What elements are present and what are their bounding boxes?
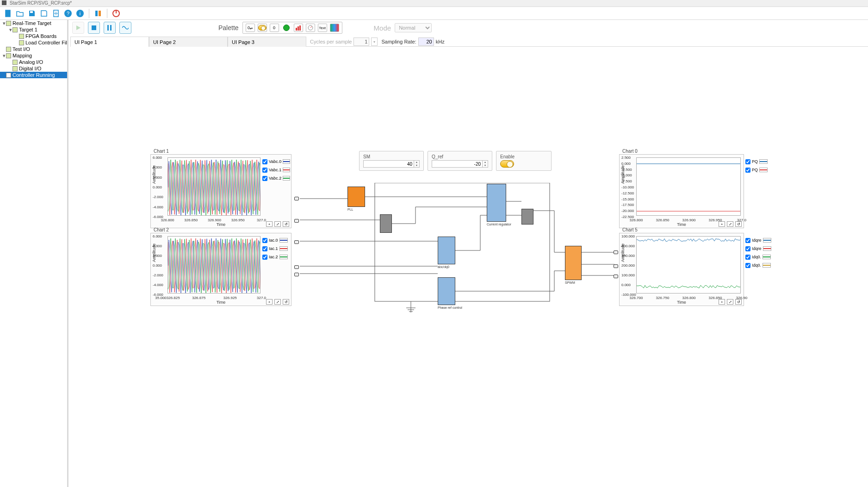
tree-item-load-controller-file[interactable]: Load Controller File: [0, 39, 67, 46]
chart-tool-reset[interactable]: ↺: [283, 299, 289, 305]
chart-c0[interactable]: Chart 02.5000.000-2.500-5.000-7.500-10.0…: [619, 154, 744, 228]
input-port[interactable]: [294, 265, 299, 269]
palette-numinput[interactable]: 0▴▾: [246, 24, 255, 32]
tree-item-fpga-boards[interactable]: FPGA Boards: [0, 33, 67, 39]
block-lut1[interactable]: [380, 214, 392, 233]
help-button[interactable]: ?: [63, 8, 73, 19]
plot-area[interactable]: [167, 157, 260, 216]
block-lut2[interactable]: [521, 209, 533, 225]
save-as-button[interactable]: [39, 8, 49, 19]
open-file-button[interactable]: [15, 8, 25, 19]
palette-numdisplay[interactable]: 0: [270, 24, 279, 32]
input-port[interactable]: [294, 219, 299, 223]
legend-toggle[interactable]: [745, 238, 750, 243]
tree-item-real-time-target[interactable]: ▾Real-Time Target: [0, 20, 67, 26]
new-page-button[interactable]: [51, 8, 61, 19]
chart-c2[interactable]: Chart 26.0004.0002.0000.000-2.000-4.000-…: [150, 233, 291, 306]
qref-input[interactable]: [432, 160, 483, 168]
new-file-button[interactable]: [3, 8, 13, 19]
input-port[interactable]: [294, 240, 299, 244]
settings-button[interactable]: [93, 8, 103, 19]
tree-item-test-i-o[interactable]: Test I/O: [0, 46, 67, 52]
palette-knob[interactable]: [306, 24, 315, 32]
chart-c1[interactable]: Chart 16.0004.0002.0000.000-2.000-4.000-…: [150, 154, 291, 228]
chart-tool-zoom[interactable]: ⤢: [727, 221, 733, 227]
svg-rect-19: [299, 25, 301, 31]
legend-toggle[interactable]: [262, 238, 267, 243]
palette-bar[interactable]: [294, 24, 303, 32]
pause-button[interactable]: [104, 22, 116, 34]
chart-tool-zoom[interactable]: ⤢: [274, 221, 281, 227]
input-port[interactable]: [294, 197, 299, 200]
palette-led[interactable]: [282, 24, 291, 32]
stop-button[interactable]: [88, 22, 100, 34]
legend-toggle[interactable]: [262, 168, 267, 173]
palette-label: Palette: [218, 24, 239, 31]
legend-toggle[interactable]: [262, 159, 267, 164]
svg-rect-15: [107, 25, 109, 31]
svg-rect-16: [110, 25, 112, 31]
save-button[interactable]: [27, 8, 37, 19]
tree-item-target-1[interactable]: ▾Target 1: [0, 26, 67, 33]
legend-toggle[interactable]: [745, 255, 750, 260]
tree-item-digital-i-o[interactable]: Digital I/O: [0, 65, 67, 72]
sm-input[interactable]: [363, 160, 414, 168]
power-button[interactable]: [111, 8, 121, 19]
toolbar-separator: [107, 9, 107, 18]
chart-tool-cursor[interactable]: +: [266, 299, 273, 305]
plot-area[interactable]: [636, 236, 741, 293]
mode-select[interactable]: Normal: [395, 23, 432, 32]
palette-toggle[interactable]: [258, 24, 267, 32]
ui-canvas[interactable]: SM ▴▾ Q_ref ▴▾ Enable PLL Current regula…: [68, 47, 868, 487]
chart-tool-zoom[interactable]: ⤢: [274, 299, 281, 305]
tree-item-analog-i-o[interactable]: Analog I/O: [0, 59, 67, 65]
svg-text:?: ?: [67, 11, 69, 16]
plot-area[interactable]: [167, 236, 260, 293]
chart-tool-cursor[interactable]: +: [719, 221, 725, 227]
qref-spinner[interactable]: ▴▾: [483, 160, 488, 168]
svg-text:i: i: [80, 11, 81, 16]
svg-rect-17: [296, 28, 297, 31]
chart-c5[interactable]: Chart 5100.000400.000300.000200.000100.0…: [619, 233, 744, 306]
run-button[interactable]: [72, 22, 84, 34]
enable-toggle[interactable]: [500, 160, 514, 168]
tab-uipage3[interactable]: UI Page 3: [228, 37, 306, 47]
legend-toggle[interactable]: [745, 159, 750, 164]
legend-toggle[interactable]: [262, 246, 267, 251]
chart-tool-cursor[interactable]: +: [719, 299, 725, 305]
legend-toggle[interactable]: [745, 246, 750, 251]
chart-tool-reset[interactable]: ↺: [283, 221, 289, 227]
input-block-enable: Enable: [496, 151, 552, 171]
info-button[interactable]: i: [75, 8, 85, 19]
sampling-input[interactable]: [418, 37, 434, 46]
output-port[interactable]: [614, 264, 618, 268]
tab-uipage1[interactable]: UI Page 1: [70, 37, 149, 47]
block-ctrl1[interactable]: [487, 184, 506, 222]
block-dq1[interactable]: [438, 237, 455, 264]
chart-tool-reset[interactable]: ↺: [735, 221, 742, 227]
block-dq2[interactable]: [438, 277, 455, 305]
chart-tool-zoom[interactable]: ⤢: [727, 299, 733, 305]
palette-chart[interactable]: [330, 24, 339, 32]
output-port[interactable]: [614, 250, 618, 254]
chart-title: Chart 1: [154, 149, 169, 154]
legend-toggle[interactable]: [262, 176, 267, 181]
scope-button[interactable]: [119, 22, 131, 34]
block-out[interactable]: [565, 246, 582, 280]
chart-tool-reset[interactable]: ↺: [735, 299, 742, 305]
chart-tool-cursor[interactable]: +: [266, 221, 273, 227]
output-port[interactable]: [614, 275, 618, 278]
tab-uipage2[interactable]: UI Page 2: [149, 37, 228, 47]
tree-item-mapping[interactable]: ▾Mapping: [0, 52, 67, 59]
cycles-input[interactable]: [353, 37, 369, 46]
block-diagram[interactable]: PLL Current regulator abc/dq0 Phase ref …: [295, 183, 619, 336]
tree-item-controller-running[interactable]: Controller Running: [0, 72, 67, 78]
sm-spinner[interactable]: ▴▾: [414, 160, 420, 168]
input-port[interactable]: [294, 273, 299, 276]
legend-toggle[interactable]: [745, 168, 750, 173]
block-pll[interactable]: [347, 187, 365, 207]
legend-toggle[interactable]: [745, 263, 750, 268]
plot-area[interactable]: [636, 157, 741, 216]
legend-toggle[interactable]: [262, 255, 267, 260]
palette-text[interactable]: Text: [318, 24, 327, 32]
